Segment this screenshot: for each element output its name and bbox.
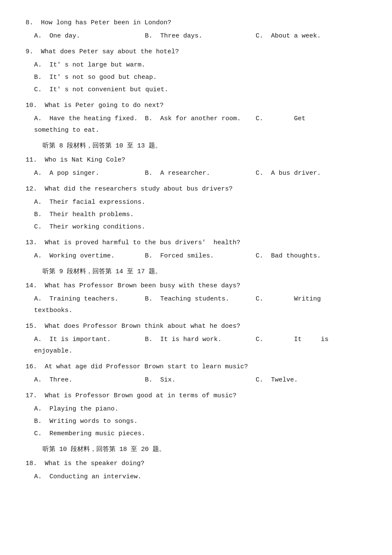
option-10a: A. Have the heating fixed. [34,113,145,124]
option-17a: A. Playing the piano. [34,403,366,415]
question-8: 8. How long has Peter been in London? A.… [26,17,366,42]
question-18-text: 18. What is the speaker doing? [26,458,366,469]
option-9b: B. It' s not so good but cheap. [34,72,366,83]
option-13b: B. Forced smiles. [145,250,256,262]
option-11a: A. A pop singer. [34,168,145,179]
question-18: 18. What is the speaker doing? A. Conduc… [26,458,366,483]
question-13: 13. What is proved harmful to the bus dr… [26,237,366,262]
section-instruction-8: 听第 8 段材料，回答第 10 至 13 题。 [43,140,366,152]
question-8-options: A. One day. B. Three days. C. About a we… [34,30,366,42]
option-13c: C. Bad thoughts. [256,250,366,262]
question-14-text: 14. What has Professor Brown been busy w… [26,280,366,292]
question-15: 15. What does Professor Brown think abou… [26,321,366,357]
question-13-text: 13. What is proved harmful to the bus dr… [26,237,366,249]
option-8c: C. About a week. [256,30,366,42]
question-12-text: 12. What did the researchers study about… [26,183,366,195]
option-18a: A. Conducting an interview. [34,471,366,483]
option-11c: C. A bus driver. [256,168,366,179]
question-14-options: A. Training teachers. B. Teaching studen… [34,293,366,305]
option-17c: C. Remembering music pieces. [34,428,366,439]
option-12c: C. Their working conditions. [34,221,366,233]
option-12b: B. Their health problems. [34,209,366,220]
question-10-options: A. Have the heating fixed. B. Ask for an… [34,113,366,124]
question-10-continuation: something to eat. [34,124,366,136]
question-12: 12. What did the researchers study about… [26,183,366,233]
section-instruction-9: 听第 9 段材料，回答第 14 至 17 题。 [43,266,366,278]
option-15c: C. It is [256,334,366,345]
option-16a: A. Three. [34,374,145,386]
option-14a: A. Training teachers. [34,293,145,305]
option-10c: C. Get [256,113,366,124]
option-15a: A. It is important. [34,334,145,345]
option-14c: C. Writing [256,293,366,305]
option-8a: A. One day. [34,30,145,42]
question-17-text: 17. What is Professor Brown good at in t… [26,390,366,402]
option-15b: B. It is hard work. [145,334,256,345]
option-12a: A. Their facial expressions. [34,197,366,208]
question-9-text: 9. What does Peter say about the hotel? [26,46,366,58]
question-10-text: 10. What is Peter going to do next? [26,100,366,111]
option-13a: A. Working overtime. [34,250,145,262]
option-14b: B. Teaching students. [145,293,256,305]
question-11-options: A. A pop singer. B. A researcher. C. A b… [34,168,366,179]
question-16-options: A. Three. B. Six. C. Twelve. [34,374,366,386]
question-16: 16. At what age did Professor Brown star… [26,361,366,386]
option-9c: C. It' s not convenient but quiet. [34,84,366,95]
question-15-text: 15. What does Professor Brown think abou… [26,321,366,332]
option-8b: B. Three days. [145,30,256,42]
exam-content: 8. How long has Peter been in London? A.… [26,17,366,483]
section-instruction-10: 听第 10 段材料，回答第 18 至 20 题。 [43,444,366,455]
option-10b: B. Ask for another room. [145,113,256,124]
option-11b: B. A researcher. [145,168,256,179]
option-9a: A. It' s not large but warm. [34,59,366,71]
option-16c: C. Twelve. [256,374,366,386]
question-9: 9. What does Peter say about the hotel? … [26,46,366,95]
question-14-continuation: textbooks. [34,305,366,316]
question-17: 17. What is Professor Brown good at in t… [26,390,366,439]
option-16b: B. Six. [145,374,256,386]
question-16-text: 16. At what age did Professor Brown star… [26,361,366,373]
question-11: 11. Who is Nat King Cole? A. A pop singe… [26,154,366,179]
question-13-options: A. Working overtime. B. Forced smiles. C… [34,250,366,262]
question-10: 10. What is Peter going to do next? A. H… [26,100,366,136]
question-14: 14. What has Professor Brown been busy w… [26,280,366,316]
question-15-continuation: enjoyable. [34,345,366,357]
option-17b: B. Writing words to songs. [34,416,366,427]
question-11-text: 11. Who is Nat King Cole? [26,154,366,166]
question-15-options: A. It is important. B. It is hard work. … [34,334,366,345]
question-8-text: 8. How long has Peter been in London? [26,17,366,29]
